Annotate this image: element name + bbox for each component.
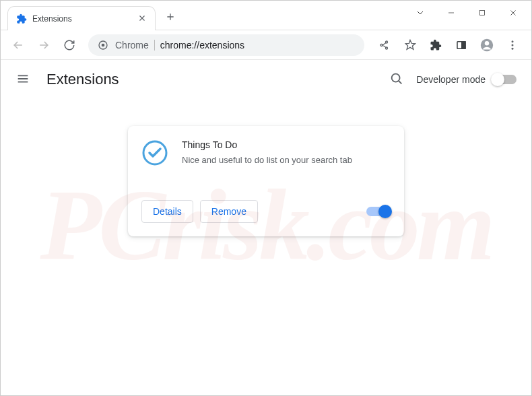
window-controls — [405, 1, 531, 25]
window-titlebar: Extensions — [1, 1, 531, 30]
page-title: Extensions — [46, 71, 389, 88]
extensions-list: Things To Do Nice and useful to do list … — [1, 99, 531, 236]
back-button[interactable] — [7, 34, 29, 56]
tab-title: Extensions — [32, 14, 132, 24]
svg-rect-0 — [480, 11, 485, 15]
extension-enable-toggle[interactable] — [366, 207, 391, 216]
extension-icon — [16, 13, 27, 24]
forward-button[interactable] — [33, 34, 55, 56]
url-separator — [154, 40, 155, 51]
close-tab-icon[interactable] — [137, 13, 148, 24]
extension-card: Things To Do Nice and useful to do list … — [128, 126, 404, 236]
svg-point-7 — [512, 40, 514, 42]
details-button[interactable]: Details — [141, 200, 193, 223]
svg-rect-4 — [462, 41, 465, 48]
svg-point-6 — [485, 41, 489, 45]
sidepanel-icon[interactable] — [451, 34, 472, 56]
remove-button[interactable]: Remove — [200, 200, 258, 223]
close-window-button[interactable] — [498, 1, 529, 25]
minimize-button[interactable] — [436, 1, 467, 25]
extension-description: Nice and useful to do list on your searc… — [182, 154, 391, 166]
developer-mode-label: Developer mode — [416, 74, 486, 85]
browser-toolbar: Chrome chrome://extensions — [1, 30, 531, 60]
extension-name: Things To Do — [182, 139, 391, 150]
maximize-button[interactable] — [467, 1, 498, 25]
toolbar-actions — [372, 34, 525, 56]
svg-point-9 — [512, 47, 514, 49]
developer-mode-toggle[interactable] — [492, 75, 517, 84]
profile-icon[interactable] — [476, 34, 498, 56]
svg-point-2 — [102, 43, 105, 46]
bookmark-icon[interactable] — [399, 34, 421, 56]
chrome-icon — [98, 40, 108, 51]
chevron-down-icon[interactable] — [405, 1, 436, 25]
share-icon[interactable] — [374, 34, 395, 56]
address-bar[interactable]: Chrome chrome://extensions — [88, 34, 364, 56]
reload-button[interactable] — [59, 34, 80, 56]
checkmark-icon — [141, 139, 168, 166]
svg-point-8 — [512, 44, 514, 46]
hamburger-icon[interactable] — [15, 71, 32, 88]
search-icon[interactable] — [389, 71, 405, 88]
extensions-header: Extensions Developer mode — [1, 60, 531, 99]
menu-icon[interactable] — [502, 34, 523, 56]
new-tab-button[interactable] — [161, 7, 180, 26]
browser-tab[interactable]: Extensions — [7, 6, 156, 30]
extensions-icon[interactable] — [425, 34, 446, 56]
url-origin: Chrome — [115, 40, 149, 51]
address-text: Chrome chrome://extensions — [115, 40, 244, 51]
url-path: chrome://extensions — [160, 40, 244, 51]
